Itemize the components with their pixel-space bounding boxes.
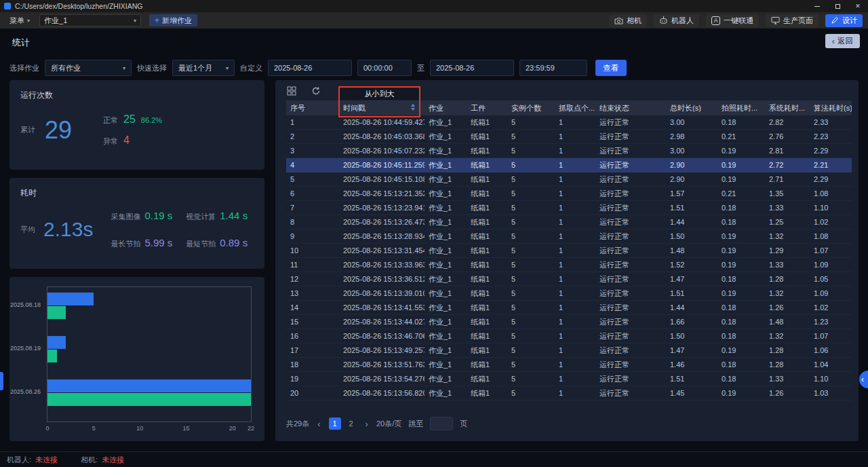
minimize-button[interactable]	[807, 0, 827, 12]
column-header-workpiece[interactable]: 工件	[467, 100, 507, 115]
jump-page-input[interactable]	[430, 417, 453, 430]
table-row[interactable]: 122025-08-26 15:13:36.512作业_1纸箱151运行正常1.…	[286, 272, 852, 286]
abnormal-label: 异常	[103, 136, 118, 147]
production-page-button[interactable]: 生产页面	[766, 14, 818, 27]
page-button[interactable]: 2	[345, 417, 357, 430]
table-cell: 1.26	[765, 301, 810, 314]
sort-control[interactable]	[411, 104, 415, 111]
quick-range-select[interactable]: 最近1个月 ▾	[172, 60, 235, 76]
table-cell: 1.04	[810, 358, 852, 371]
table-cell: 1.47	[666, 343, 717, 357]
table-cell: 纸箱1	[467, 158, 507, 172]
table-row[interactable]: 72025-08-26 15:13:23.941作业_1纸箱151运行正常1.5…	[286, 201, 852, 215]
back-button[interactable]: ‹ 返回	[825, 34, 860, 48]
table-row[interactable]: 142025-08-26 15:13:41.553作业_1纸箱151运行正常1.…	[286, 301, 852, 315]
table-row[interactable]: 22025-08-26 10:45:03.368作业_1纸箱151运行正常2.9…	[286, 130, 852, 144]
table-cell: 作业_1	[425, 229, 467, 243]
next-page-button[interactable]: ›	[364, 419, 370, 428]
table-cell: 作业_1	[425, 201, 467, 214]
table-row[interactable]: 32025-08-26 10:45:07.232作业_1纸箱151运行正常3.0…	[286, 144, 852, 158]
average-block: 平均 2.13s	[20, 219, 93, 240]
main-content: 统计 ‹ 返回 选择作业 所有作业 ▾ 快速选择 最近1个月 ▾ 自定义 202…	[0, 29, 868, 451]
select-job-label: 选择作业	[9, 63, 39, 73]
table-row[interactable]: 182025-08-26 15:13:51.763作业_1纸箱151运行正常1.…	[286, 358, 852, 372]
column-header-serial[interactable]: 序号	[286, 100, 339, 115]
table-cell: 2025-08-26 15:13:51.763	[339, 358, 425, 371]
table-row[interactable]: 12025-08-26 10:44:59.427作业_1纸箱151运行正常3.0…	[286, 115, 852, 130]
maximize-button[interactable]	[827, 0, 848, 12]
export-button[interactable]	[286, 87, 297, 98]
shortest-label: 最短节拍	[186, 239, 216, 249]
job-select[interactable]: 作业_1 ▾	[39, 14, 141, 26]
end-time-input[interactable]: 23:59:59	[519, 60, 587, 76]
prev-page-button[interactable]: ‹	[316, 419, 321, 428]
table-row[interactable]: 102025-08-26 15:13:31.454作业_1纸箱151运行正常1.…	[286, 244, 852, 258]
page-button[interactable]: 1	[329, 417, 341, 430]
caret-down-icon: ▾	[27, 18, 30, 24]
table-row[interactable]: 112025-08-26 15:13:33.963作业_1纸箱151运行正常1.…	[286, 258, 852, 272]
column-header-total-duration[interactable]: 总时长(s)	[666, 100, 717, 115]
table-cell: 0.18	[717, 301, 765, 314]
column-header-system-time[interactable]: 系统耗时...	[765, 100, 810, 115]
table-row[interactable]: 132025-08-26 15:13:39.010作业_1纸箱151运行正常1.…	[286, 286, 852, 301]
table-row[interactable]: 172025-08-26 15:13:49.257作业_1纸箱151运行正常1.…	[286, 343, 852, 358]
table-cell: 1.57	[666, 187, 717, 200]
column-header-job[interactable]: 作业	[425, 100, 467, 115]
table-row[interactable]: 42025-08-26 10:45:11.259作业_1纸箱151运行正常2.9…	[286, 158, 852, 172]
job-filter-select[interactable]: 所有作业 ▾	[45, 60, 132, 76]
normal-percent: 86.2%	[141, 116, 162, 124]
refresh-button[interactable]	[311, 87, 321, 98]
table-cell: 1.44	[666, 215, 717, 229]
menu-button[interactable]: 菜单 ▾	[5, 14, 34, 27]
caret-down-icon: ▾	[123, 65, 125, 71]
right-edge-handle[interactable]: ‹	[859, 371, 868, 388]
close-button[interactable]: ✕	[848, 0, 868, 12]
table-cell: 2.76	[765, 130, 810, 143]
table-cell: 2025-08-26 10:45:07.232	[339, 144, 425, 157]
table-cell: 1.51	[666, 286, 717, 300]
chart-x-tick: 10	[136, 425, 143, 432]
column-header-grab-points[interactable]: 抓取点个...	[555, 100, 595, 115]
page-size-select[interactable]: 20条/页	[376, 419, 401, 429]
sort-asc-icon[interactable]	[411, 104, 415, 107]
table-cell: 9	[286, 229, 339, 243]
robot-button[interactable]: 机器人	[654, 14, 699, 27]
maximize-icon	[835, 4, 840, 9]
column-header-algorithm-time[interactable]: 算法耗时(s)	[810, 100, 852, 115]
table-row[interactable]: 62025-08-26 15:13:21.352作业_1纸箱151运行正常1.5…	[286, 187, 852, 201]
table-cell: 作业_1	[425, 315, 467, 329]
table-row[interactable]: 162025-08-26 15:13:46.706作业_1纸箱151运行正常1.…	[286, 329, 852, 343]
table-cell: 纸箱1	[467, 315, 507, 329]
table-row[interactable]: 202025-08-26 15:13:56.820作业_1纸箱151运行正常1.…	[286, 386, 852, 400]
table-cell: 1.02	[810, 301, 852, 314]
caret-down-icon: ▾	[226, 65, 229, 71]
column-header-instance-count[interactable]: 实例个数	[507, 100, 555, 115]
table-row[interactable]: 192025-08-26 15:13:54.276作业_1纸箱151运行正常1.…	[286, 372, 852, 386]
table-cell: 纸箱1	[467, 229, 507, 243]
chart-category-label: 2025.08.26	[10, 388, 41, 395]
sort-desc-icon[interactable]	[411, 108, 415, 111]
chart-xlabels: 0510152022	[9, 425, 264, 433]
one-key-connect-button[interactable]: A 一键联通	[706, 14, 759, 27]
left-edge-handle[interactable]	[0, 372, 3, 390]
start-date-input[interactable]: 2025-08-26	[268, 60, 352, 76]
chart-x-tick: 20	[229, 425, 236, 432]
end-date-input[interactable]: 2025-08-26	[430, 60, 514, 76]
table-row[interactable]: 92025-08-26 15:13:28.934作业_1纸箱151运行正常1.5…	[286, 229, 852, 244]
table-row[interactable]: 82025-08-26 15:13:26.473作业_1纸箱151运行正常1.4…	[286, 215, 852, 229]
column-header-end-status[interactable]: 结束状态	[595, 100, 666, 115]
camera-button[interactable]: 相机	[609, 14, 647, 27]
table-row[interactable]: 52025-08-26 10:45:15.108作业_1纸箱151运行正常2.9…	[286, 172, 852, 187]
add-job-button[interactable]: + 新增作业	[149, 14, 197, 26]
table-cell: 1	[555, 229, 595, 243]
view-button[interactable]: 查看	[595, 60, 627, 76]
timestamp-header-label: 时间戳	[343, 104, 366, 112]
design-button[interactable]: 设计	[825, 14, 863, 27]
table-row[interactable]: 152025-08-26 15:13:44.027作业_1纸箱151运行正常1.…	[286, 315, 852, 329]
one-key-label: 一键联通	[724, 16, 753, 26]
column-header-photo-time[interactable]: 拍照耗时...	[717, 100, 765, 115]
table-cell: 运行正常	[595, 301, 666, 314]
table-cell: 2025-08-26 15:13:54.276	[339, 372, 425, 386]
start-time-input[interactable]: 00:00:00	[357, 60, 412, 76]
column-header-timestamp[interactable]: 时间戳	[339, 100, 425, 115]
